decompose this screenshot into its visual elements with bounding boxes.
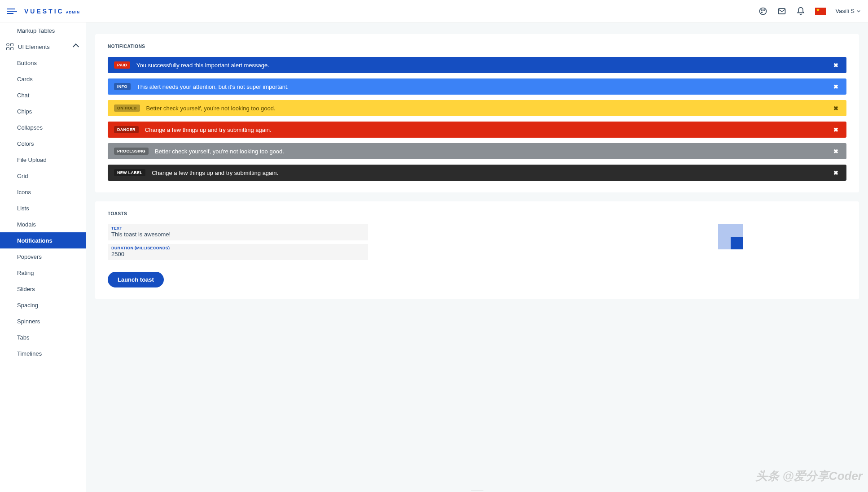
toast-position-grid (718, 224, 743, 249)
alert-badge: INFO (114, 83, 131, 90)
sidebar-item-buttons[interactable]: Buttons (0, 55, 86, 71)
sidebar-item-spacing[interactable]: Spacing (0, 297, 86, 313)
alert-badge: DANGER (114, 126, 139, 133)
toast-text-input[interactable] (111, 231, 364, 238)
svg-point-1 (761, 9, 762, 10)
alert-badge: PROCESSING (114, 148, 149, 155)
resize-handle[interactable] (471, 489, 483, 491)
card-title-notifications: NOTIFICATIONS (108, 44, 846, 49)
sidebar-item-tabs[interactable]: Tabs (0, 329, 86, 345)
user-name: Vasili S (836, 8, 855, 14)
toasts-card: TOASTS TEXT DURATION (MILLISECONDS) (95, 201, 859, 299)
alert-text: You successfully read this important ale… (136, 62, 269, 69)
card-title-toasts: TOASTS (108, 211, 846, 216)
chevron-up-icon (73, 44, 79, 50)
content: NOTIFICATIONS PAIDYou successfully read … (86, 22, 868, 492)
logo[interactable]: VUESTIC ADMIN (24, 8, 80, 15)
toast-duration-field[interactable]: DURATION (MILLISECONDS) (108, 244, 368, 260)
chevron-down-icon (856, 9, 861, 13)
sidebar-item-chips[interactable]: Chips (0, 103, 86, 119)
alert-newlabel: NEW LABELChange a few things up and try … (108, 165, 846, 181)
alert-processing: PROCESSINGBetter check yourself, you're … (108, 143, 846, 159)
launch-toast-button[interactable]: Launch toast (108, 272, 164, 287)
close-icon[interactable]: ✖ (832, 126, 840, 133)
palette-icon[interactable] (758, 7, 767, 16)
sidebar-item-collapses[interactable]: Collapses (0, 119, 86, 135)
mail-icon[interactable] (777, 7, 786, 16)
close-icon[interactable]: ✖ (832, 83, 840, 90)
sidebar-item-sliders[interactable]: Sliders (0, 281, 86, 297)
sidebar-item-grid[interactable]: Grid (0, 168, 86, 184)
toast-duration-input[interactable] (111, 251, 364, 257)
alert-text: Better check yourself, you're not lookin… (155, 148, 284, 155)
alert-onhold: ON HOLDBetter check yourself, you're not… (108, 100, 846, 116)
alert-badge: PAID (114, 61, 130, 69)
sidebar-item-chat[interactable]: Chat (0, 87, 86, 103)
pos-top-left[interactable] (718, 224, 731, 237)
close-icon[interactable]: ✖ (832, 105, 840, 112)
sidebar-item-colors[interactable]: Colors (0, 135, 86, 152)
close-icon[interactable]: ✖ (832, 170, 840, 176)
sidebar-item-spinners[interactable]: Spinners (0, 313, 86, 329)
toast-text-label: TEXT (111, 226, 364, 231)
sidebar-group-ui-elements[interactable]: UI Elements (0, 39, 86, 55)
sidebar-item-popovers[interactable]: Popovers (0, 248, 86, 265)
sidebar-item-lists[interactable]: Lists (0, 200, 86, 216)
sidebar-item-rating[interactable]: Rating (0, 265, 86, 281)
pos-bottom-left[interactable] (718, 237, 731, 249)
alert-text: This alert needs your attention, but it'… (137, 83, 289, 90)
topbar: VUESTIC ADMIN Vasili S (0, 0, 868, 22)
bell-icon[interactable] (796, 7, 805, 16)
alert-danger: DANGERChange a few things up and try sub… (108, 122, 846, 138)
alert-info: INFOThis alert needs your attention, but… (108, 78, 846, 95)
toast-duration-label: DURATION (MILLISECONDS) (111, 246, 364, 250)
language-flag[interactable] (815, 8, 826, 15)
alert-text: Change a few things up and try submittin… (152, 170, 278, 176)
alert-text: Change a few things up and try submittin… (145, 126, 272, 133)
alert-text: Better check yourself, you're not lookin… (146, 105, 276, 112)
sidebar-item-icons[interactable]: Icons (0, 184, 86, 200)
pos-top-right[interactable] (731, 224, 743, 237)
logo-text: VUESTIC (24, 8, 64, 15)
pos-bottom-right[interactable] (731, 237, 743, 249)
user-menu[interactable]: Vasili S (836, 8, 861, 14)
sidebar: Markup Tables UI Elements ButtonsCardsCh… (0, 22, 86, 492)
close-icon[interactable]: ✖ (832, 148, 840, 155)
alert-paid: PAIDYou successfully read this important… (108, 57, 846, 73)
notifications-card: NOTIFICATIONS PAIDYou successfully read … (95, 34, 859, 192)
alert-badge: ON HOLD (114, 104, 140, 112)
sidebar-item-notifications[interactable]: Notifications (0, 232, 86, 248)
close-icon[interactable]: ✖ (832, 62, 840, 69)
sidebar-item-modals[interactable]: Modals (0, 216, 86, 232)
sidebar-item-cards[interactable]: Cards (0, 71, 86, 87)
sidebar-item-timelines[interactable]: Timelines (0, 345, 86, 361)
logo-suffix: ADMIN (66, 10, 80, 14)
alert-badge: NEW LABEL (114, 169, 145, 176)
svg-point-0 (759, 8, 766, 14)
sidebar-item-file-upload[interactable]: File Upload (0, 152, 86, 168)
svg-point-2 (763, 9, 764, 10)
svg-point-3 (761, 12, 762, 13)
sidebar-item-markup-tables[interactable]: Markup Tables (0, 22, 86, 39)
toast-text-field[interactable]: TEXT (108, 224, 368, 240)
menu-toggle[interactable] (7, 6, 17, 16)
ui-elements-icon (6, 43, 13, 50)
